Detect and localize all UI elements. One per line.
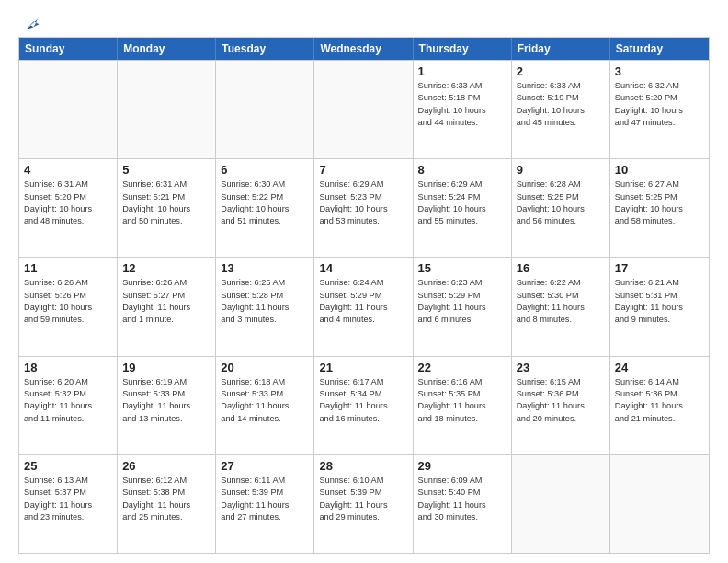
day-number: 22 xyxy=(418,361,506,374)
day-cell-12: 12Sunrise: 6:26 AM Sunset: 5:27 PM Dayli… xyxy=(118,258,216,355)
day-cell-25: 25Sunrise: 6:13 AM Sunset: 5:37 PM Dayli… xyxy=(19,455,118,553)
day-number: 10 xyxy=(615,163,704,177)
day-cell-28: 28Sunrise: 6:10 AM Sunset: 5:39 PM Dayli… xyxy=(314,455,413,553)
calendar-header: SundayMondayTuesdayWednesdayThursdayFrid… xyxy=(19,38,709,60)
svg-marker-0 xyxy=(26,18,40,29)
day-cell-3: 3Sunrise: 6:32 AM Sunset: 5:20 PM Daylig… xyxy=(610,61,709,158)
day-info: Sunrise: 6:19 AM Sunset: 5:33 PM Dayligh… xyxy=(122,376,210,425)
day-cell-5: 5Sunrise: 6:31 AM Sunset: 5:21 PM Daylig… xyxy=(118,159,216,257)
day-info: Sunrise: 6:31 AM Sunset: 5:21 PM Dayligh… xyxy=(122,178,210,227)
day-info: Sunrise: 6:33 AM Sunset: 5:18 PM Dayligh… xyxy=(418,80,506,129)
day-info: Sunrise: 6:14 AM Sunset: 5:36 PM Dayligh… xyxy=(615,376,704,425)
day-cell-6: 6Sunrise: 6:30 AM Sunset: 5:22 PM Daylig… xyxy=(216,159,314,257)
empty-cell-0-2 xyxy=(216,61,314,158)
day-number: 4 xyxy=(24,163,112,177)
day-cell-27: 27Sunrise: 6:11 AM Sunset: 5:39 PM Dayli… xyxy=(216,455,314,553)
day-number: 9 xyxy=(517,163,605,177)
empty-cell-0-1 xyxy=(118,61,216,158)
day-cell-14: 14Sunrise: 6:24 AM Sunset: 5:29 PM Dayli… xyxy=(314,258,413,355)
day-cell-23: 23Sunrise: 6:15 AM Sunset: 5:36 PM Dayli… xyxy=(512,357,610,454)
day-cell-16: 16Sunrise: 6:22 AM Sunset: 5:30 PM Dayli… xyxy=(512,258,610,355)
day-number: 18 xyxy=(24,361,112,374)
day-info: Sunrise: 6:28 AM Sunset: 5:25 PM Dayligh… xyxy=(517,178,605,227)
header-day-monday: Monday xyxy=(118,38,216,60)
header-day-wednesday: Wednesday xyxy=(314,38,413,60)
day-cell-13: 13Sunrise: 6:25 AM Sunset: 5:28 PM Dayli… xyxy=(216,258,314,355)
day-number: 14 xyxy=(319,261,407,275)
calendar-row-2: 11Sunrise: 6:26 AM Sunset: 5:26 PM Dayli… xyxy=(19,257,709,355)
empty-cell-4-6 xyxy=(610,455,709,553)
day-info: Sunrise: 6:18 AM Sunset: 5:33 PM Dayligh… xyxy=(221,376,309,425)
day-cell-1: 1Sunrise: 6:33 AM Sunset: 5:18 PM Daylig… xyxy=(414,61,512,158)
day-cell-8: 8Sunrise: 6:29 AM Sunset: 5:24 PM Daylig… xyxy=(414,159,512,257)
day-info: Sunrise: 6:23 AM Sunset: 5:29 PM Dayligh… xyxy=(418,277,506,326)
day-cell-29: 29Sunrise: 6:09 AM Sunset: 5:40 PM Dayli… xyxy=(414,455,512,553)
header xyxy=(18,15,710,31)
calendar-row-1: 4Sunrise: 6:31 AM Sunset: 5:20 PM Daylig… xyxy=(19,158,709,257)
header-day-friday: Friday xyxy=(512,38,610,60)
day-info: Sunrise: 6:10 AM Sunset: 5:39 PM Dayligh… xyxy=(319,475,407,523)
day-number: 24 xyxy=(615,361,704,374)
day-number: 20 xyxy=(221,361,309,374)
day-info: Sunrise: 6:15 AM Sunset: 5:36 PM Dayligh… xyxy=(517,376,605,425)
day-info: Sunrise: 6:27 AM Sunset: 5:25 PM Dayligh… xyxy=(615,178,704,227)
day-number: 26 xyxy=(122,459,210,473)
day-cell-20: 20Sunrise: 6:18 AM Sunset: 5:33 PM Dayli… xyxy=(216,357,314,454)
day-number: 17 xyxy=(615,261,704,275)
day-info: Sunrise: 6:29 AM Sunset: 5:24 PM Dayligh… xyxy=(418,178,506,227)
day-cell-15: 15Sunrise: 6:23 AM Sunset: 5:29 PM Dayli… xyxy=(414,258,512,355)
day-cell-2: 2Sunrise: 6:33 AM Sunset: 5:19 PM Daylig… xyxy=(512,61,610,158)
day-cell-24: 24Sunrise: 6:14 AM Sunset: 5:36 PM Dayli… xyxy=(610,357,709,454)
day-number: 28 xyxy=(319,459,407,473)
day-info: Sunrise: 6:12 AM Sunset: 5:38 PM Dayligh… xyxy=(122,475,210,523)
day-info: Sunrise: 6:25 AM Sunset: 5:28 PM Dayligh… xyxy=(221,277,309,326)
day-info: Sunrise: 6:24 AM Sunset: 5:29 PM Dayligh… xyxy=(319,277,407,326)
day-cell-10: 10Sunrise: 6:27 AM Sunset: 5:25 PM Dayli… xyxy=(610,159,709,257)
day-number: 3 xyxy=(615,64,704,78)
day-info: Sunrise: 6:32 AM Sunset: 5:20 PM Dayligh… xyxy=(615,80,704,129)
day-info: Sunrise: 6:29 AM Sunset: 5:23 PM Dayligh… xyxy=(319,178,407,227)
svg-marker-1 xyxy=(26,26,34,29)
header-day-saturday: Saturday xyxy=(610,38,709,60)
day-info: Sunrise: 6:16 AM Sunset: 5:35 PM Dayligh… xyxy=(418,376,506,425)
day-number: 2 xyxy=(517,64,605,78)
day-number: 27 xyxy=(221,459,309,473)
day-cell-19: 19Sunrise: 6:19 AM Sunset: 5:33 PM Dayli… xyxy=(118,357,216,454)
calendar-row-4: 25Sunrise: 6:13 AM Sunset: 5:37 PM Dayli… xyxy=(19,454,709,553)
day-number: 8 xyxy=(418,163,506,177)
day-number: 29 xyxy=(418,459,506,473)
day-info: Sunrise: 6:26 AM Sunset: 5:27 PM Dayligh… xyxy=(122,277,210,326)
calendar-body: 1Sunrise: 6:33 AM Sunset: 5:18 PM Daylig… xyxy=(19,60,709,553)
day-number: 6 xyxy=(221,163,309,177)
header-day-thursday: Thursday xyxy=(414,38,512,60)
empty-cell-0-0 xyxy=(19,61,118,158)
header-day-sunday: Sunday xyxy=(19,38,118,60)
day-info: Sunrise: 6:20 AM Sunset: 5:32 PM Dayligh… xyxy=(24,376,112,425)
day-info: Sunrise: 6:13 AM Sunset: 5:37 PM Dayligh… xyxy=(24,475,112,523)
header-day-tuesday: Tuesday xyxy=(216,38,314,60)
logo-bird-icon xyxy=(20,15,40,35)
day-cell-22: 22Sunrise: 6:16 AM Sunset: 5:35 PM Dayli… xyxy=(414,357,512,454)
day-cell-11: 11Sunrise: 6:26 AM Sunset: 5:26 PM Dayli… xyxy=(19,258,118,355)
day-number: 16 xyxy=(517,261,605,275)
day-number: 1 xyxy=(418,64,506,78)
logo xyxy=(18,15,40,31)
day-number: 23 xyxy=(517,361,605,374)
day-info: Sunrise: 6:33 AM Sunset: 5:19 PM Dayligh… xyxy=(517,80,605,129)
day-info: Sunrise: 6:09 AM Sunset: 5:40 PM Dayligh… xyxy=(418,475,506,523)
day-number: 19 xyxy=(122,361,210,374)
day-cell-9: 9Sunrise: 6:28 AM Sunset: 5:25 PM Daylig… xyxy=(512,159,610,257)
calendar: SundayMondayTuesdayWednesdayThursdayFrid… xyxy=(18,37,710,554)
day-number: 15 xyxy=(418,261,506,275)
calendar-row-3: 18Sunrise: 6:20 AM Sunset: 5:32 PM Dayli… xyxy=(19,356,709,454)
page: SundayMondayTuesdayWednesdayThursdayFrid… xyxy=(0,0,728,563)
day-number: 12 xyxy=(122,261,210,275)
day-cell-7: 7Sunrise: 6:29 AM Sunset: 5:23 PM Daylig… xyxy=(314,159,413,257)
day-number: 11 xyxy=(24,261,112,275)
day-info: Sunrise: 6:26 AM Sunset: 5:26 PM Dayligh… xyxy=(24,277,112,326)
day-number: 25 xyxy=(24,459,112,473)
day-info: Sunrise: 6:31 AM Sunset: 5:20 PM Dayligh… xyxy=(24,178,112,227)
day-cell-4: 4Sunrise: 6:31 AM Sunset: 5:20 PM Daylig… xyxy=(19,159,118,257)
day-info: Sunrise: 6:17 AM Sunset: 5:34 PM Dayligh… xyxy=(319,376,407,425)
day-cell-17: 17Sunrise: 6:21 AM Sunset: 5:31 PM Dayli… xyxy=(610,258,709,355)
